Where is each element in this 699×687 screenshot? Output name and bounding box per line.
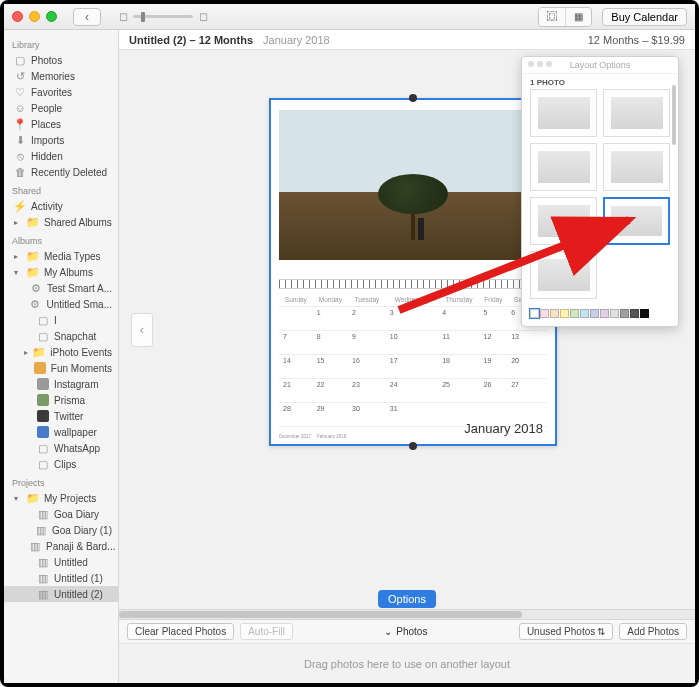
color-swatch[interactable] — [580, 309, 589, 318]
calendar-day-cell[interactable]: 1 — [313, 307, 348, 331]
sidebar-item-memories[interactable]: ↺Memories — [4, 68, 118, 84]
zoom-window-button[interactable] — [46, 11, 57, 22]
color-swatch[interactable] — [530, 309, 539, 318]
calendar-day-cell[interactable]: 12 — [480, 331, 508, 355]
sidebar-item-project[interactable]: ▥Untitled (2) — [4, 586, 118, 602]
calendar-day-cell[interactable]: 3 — [386, 307, 438, 331]
calendar-day-cell[interactable]: 22 — [313, 379, 348, 403]
color-swatch[interactable] — [600, 309, 609, 318]
sidebar-item-album[interactable]: ▣Instagram — [4, 376, 118, 392]
calendar-photo-slot[interactable] — [279, 110, 547, 260]
color-swatch[interactable] — [550, 309, 559, 318]
buy-calendar-button[interactable]: Buy Calendar — [602, 8, 687, 26]
calendar-day-cell[interactable]: 23 — [348, 379, 386, 403]
calendar-day-cell[interactable]: 15 — [313, 355, 348, 379]
autofill-button[interactable]: Auto-Fill — [240, 623, 293, 640]
layout-scrollbar[interactable] — [672, 85, 676, 145]
sidebar-item-album[interactable]: ⚙Test Smart A... — [4, 280, 118, 296]
calendar-day-cell[interactable]: 24 — [386, 379, 438, 403]
calendar-day-cell[interactable]: 21 — [279, 379, 313, 403]
sidebar-item-album[interactable]: ▣Fun Moments — [4, 360, 118, 376]
color-swatch[interactable] — [620, 309, 629, 318]
sidebar-item-album[interactable]: ▣Prisma — [4, 392, 118, 408]
sidebar-item-shared-albums[interactable]: ▸📁Shared Albums — [4, 214, 118, 230]
sidebar-item-project[interactable]: ▥Goa Diary (1) — [4, 522, 118, 538]
calendar-day-cell[interactable]: 2 — [348, 307, 386, 331]
layout-thumb[interactable] — [530, 197, 597, 245]
calendar-day-cell[interactable]: 16 — [348, 355, 386, 379]
layout-thumb[interactable] — [603, 143, 670, 191]
sidebar-item-album[interactable]: ▣Twitter — [4, 408, 118, 424]
calendar-day-cell[interactable]: 17 — [386, 355, 438, 379]
color-swatch[interactable] — [640, 309, 649, 318]
canvas-area[interactable]: ‹ SundayMondayTuesdayWednesdayThursdayFr… — [119, 50, 695, 609]
sidebar-item-media-types[interactable]: ▸📁Media Types — [4, 248, 118, 264]
sidebar-item-project[interactable]: ▥Panaji & Bard... — [4, 538, 118, 554]
calendar-day-cell[interactable]: 19 — [480, 355, 508, 379]
view-grid-button[interactable]: ▦ — [565, 8, 591, 26]
sidebar-item-album[interactable]: ▢Clips — [4, 456, 118, 472]
calendar-day-cell[interactable]: 20 — [507, 355, 547, 379]
add-photos-button[interactable]: Add Photos — [619, 623, 687, 640]
sidebar-item-project[interactable]: ▥Untitled — [4, 554, 118, 570]
calendar-day-cell[interactable]: 5 — [480, 307, 508, 331]
calendar-day-cell[interactable]: 13 — [507, 331, 547, 355]
color-swatch[interactable] — [590, 309, 599, 318]
calendar-day-cell[interactable]: 29 — [313, 403, 348, 427]
sidebar-item-album[interactable]: ▸📁iPhoto Events — [4, 344, 118, 360]
sidebar-item-album[interactable]: ▣wallpaper — [4, 424, 118, 440]
back-button[interactable]: ‹ — [73, 8, 101, 26]
resize-handle-bottom[interactable] — [409, 442, 417, 450]
sidebar-item-album[interactable]: ▢I — [4, 312, 118, 328]
sidebar-item-people[interactable]: ☺People — [4, 100, 118, 116]
options-button[interactable]: Options — [378, 590, 436, 608]
sidebar-item-my-albums[interactable]: ▾📁My Albums — [4, 264, 118, 280]
minimize-window-button[interactable] — [29, 11, 40, 22]
calendar-day-cell[interactable] — [279, 307, 313, 331]
color-swatch[interactable] — [570, 309, 579, 318]
color-swatch[interactable] — [630, 309, 639, 318]
calendar-day-cell[interactable]: 31 — [386, 403, 438, 427]
calendar-page[interactable]: SundayMondayTuesdayWednesdayThursdayFrid… — [269, 98, 557, 446]
sidebar-item-recently-deleted[interactable]: 🗑Recently Deleted — [4, 164, 118, 180]
sidebar-item-my-projects[interactable]: ▾📁My Projects — [4, 490, 118, 506]
view-spread-button[interactable]: ⿴ — [539, 8, 565, 26]
color-swatch[interactable] — [610, 309, 619, 318]
sidebar-item-album[interactable]: ⚙Untitled Sma... — [4, 296, 118, 312]
sidebar-item-hidden[interactable]: ⦸Hidden — [4, 148, 118, 164]
calendar-day-cell[interactable]: 4 — [438, 307, 479, 331]
calendar-day-cell[interactable]: 8 — [313, 331, 348, 355]
calendar-day-cell[interactable]: 14 — [279, 355, 313, 379]
sidebar-item-project[interactable]: ▥Untitled (1) — [4, 570, 118, 586]
close-window-button[interactable] — [12, 11, 23, 22]
layout-thumb[interactable] — [530, 251, 597, 299]
calendar-day-cell[interactable]: 28 — [279, 403, 313, 427]
color-swatch[interactable] — [560, 309, 569, 318]
layout-thumb[interactable] — [530, 143, 597, 191]
sidebar-item-album[interactable]: ▢WhatsApp — [4, 440, 118, 456]
photos-dropdown[interactable]: ⌄ Photos — [384, 626, 427, 637]
calendar-day-cell[interactable]: 25 — [438, 379, 479, 403]
resize-handle-top[interactable] — [409, 94, 417, 102]
calendar-day-cell[interactable]: 26 — [480, 379, 508, 403]
color-swatch[interactable] — [540, 309, 549, 318]
photo-filter-button[interactable]: Unused Photos ⇅ — [519, 623, 613, 640]
drop-zone[interactable]: Drag photos here to use on another layou… — [119, 643, 695, 683]
sidebar-item-album[interactable]: ▢Snapchat — [4, 328, 118, 344]
sidebar-item-favorites[interactable]: ♡Favorites — [4, 84, 118, 100]
layout-thumb-selected[interactable] — [603, 197, 670, 245]
calendar-day-cell[interactable]: 30 — [348, 403, 386, 427]
calendar-day-cell[interactable]: 11 — [438, 331, 479, 355]
calendar-day-cell[interactable]: 18 — [438, 355, 479, 379]
layout-thumb[interactable] — [603, 89, 670, 137]
layout-thumb[interactable] — [530, 89, 597, 137]
sidebar-item-photos[interactable]: ▢Photos — [4, 52, 118, 68]
horizontal-scrollbar[interactable] — [119, 609, 695, 619]
sidebar-item-activity[interactable]: ⚡Activity — [4, 198, 118, 214]
prev-page-button[interactable]: ‹ — [131, 313, 153, 347]
calendar-day-cell[interactable]: 27 — [507, 379, 547, 403]
calendar-day-cell[interactable]: 9 — [348, 331, 386, 355]
calendar-day-cell[interactable]: 7 — [279, 331, 313, 355]
sidebar[interactable]: Library ▢Photos ↺Memories ♡Favorites ☺Pe… — [4, 30, 119, 683]
clear-placed-photos-button[interactable]: Clear Placed Photos — [127, 623, 234, 640]
